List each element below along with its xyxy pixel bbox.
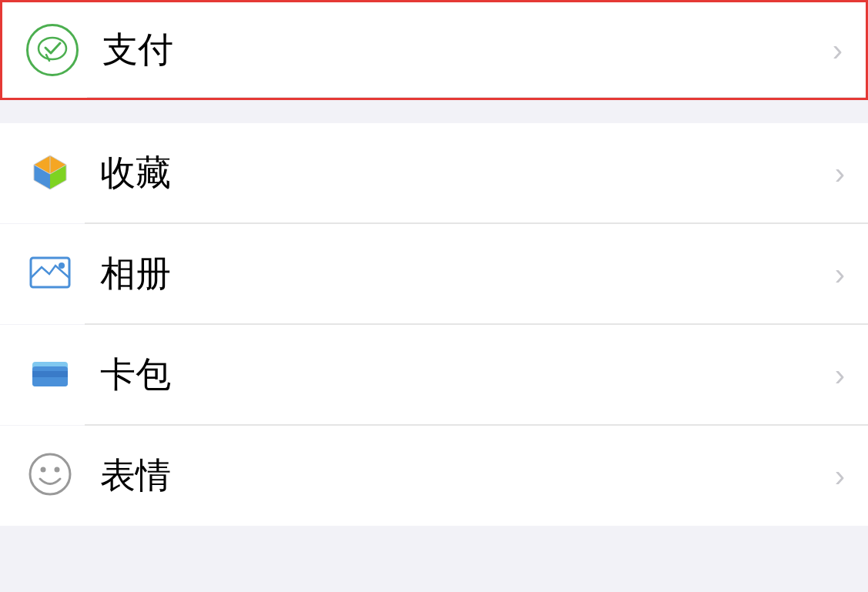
- album-icon-wrapper: [23, 247, 77, 301]
- svg-rect-12: [32, 371, 68, 377]
- svg-point-15: [55, 467, 60, 473]
- wallet-icon-wrapper: [23, 348, 77, 402]
- favorites-chevron: ›: [835, 156, 845, 191]
- album-icon: [26, 249, 74, 299]
- payment-label: 支付: [102, 26, 833, 74]
- section-divider-1: [0, 100, 868, 123]
- menu-list: 支付 ›: [0, 0, 868, 526]
- wallet-icon: [26, 350, 74, 400]
- svg-point-0: [39, 38, 66, 59]
- payment-icon: [26, 24, 79, 76]
- menu-item-emoji[interactable]: 表情 ›: [0, 426, 868, 526]
- svg-point-13: [30, 454, 70, 494]
- menu-item-album[interactable]: 相册 ›: [0, 224, 868, 324]
- album-chevron: ›: [835, 257, 845, 292]
- emoji-label: 表情: [100, 452, 835, 500]
- favorites-icon: [26, 148, 74, 199]
- menu-item-wallet[interactable]: 卡包 ›: [0, 325, 868, 425]
- menu-item-favorites[interactable]: 收藏 ›: [0, 123, 868, 223]
- favorites-icon-wrapper: [23, 146, 77, 200]
- album-label: 相册: [100, 250, 835, 298]
- svg-point-14: [41, 467, 46, 473]
- emoji-icon-wrapper: [23, 449, 77, 503]
- wallet-chevron: ›: [835, 358, 845, 393]
- wallet-label: 卡包: [100, 351, 835, 399]
- payment-chevron: ›: [833, 33, 843, 68]
- payment-icon-wrapper: [25, 23, 79, 77]
- menu-item-payment[interactable]: 支付 ›: [0, 0, 868, 100]
- emoji-chevron: ›: [835, 459, 845, 493]
- svg-point-9: [59, 263, 65, 269]
- emoji-icon: [26, 450, 74, 501]
- favorites-label: 收藏: [100, 149, 835, 197]
